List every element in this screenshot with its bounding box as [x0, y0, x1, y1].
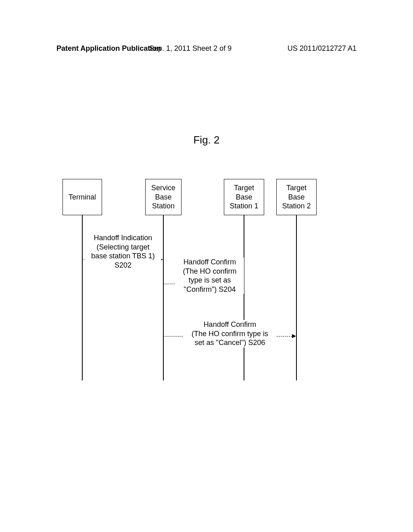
header-publication: Patent Application Publication [56, 44, 161, 53]
lifeline-terminal-label: Terminal [69, 193, 96, 202]
lifeline-target-base-station-1: Target Base Station 1 [224, 179, 264, 215]
lifeline-target-base-station-2: Target Base Station 2 [276, 179, 317, 215]
label-handoff-confirm-2: Handoff Confirm (The HO confirm type is … [184, 320, 276, 347]
label-handoff-confirm-1-text: Handoff Confirm (The HO confirm type is … [183, 258, 236, 293]
label-handoff-confirm-2-text: Handoff Confirm (The HO confirm type is … [192, 320, 268, 347]
arrow-head-handoff-confirm-2 [292, 334, 296, 338]
header-date-sheet: Sep. 1, 2011 Sheet 2 of 9 [149, 44, 232, 53]
page-header: Patent Application Publication Sep. 1, 2… [0, 44, 413, 53]
lifeline-terminal-line [82, 215, 83, 380]
label-handoff-confirm-1: Handoff Confirm (The HO confirm type is … [175, 258, 244, 294]
sequence-diagram: Terminal Service Base Station Target Bas… [63, 179, 345, 380]
lifeline-tbs2-label: Target Base Station 2 [282, 183, 311, 211]
lifeline-terminal: Terminal [63, 179, 102, 215]
lifeline-service-base-station: Service Base Station [145, 179, 181, 215]
header-docket: US 2011/0212727 A1 [288, 44, 357, 53]
lifeline-tbs1-line [244, 215, 244, 380]
lifeline-sbs-line [163, 215, 164, 380]
label-handoff-indication-text: Handoff Indication (Selecting target bas… [91, 234, 155, 269]
figure-title: Fig. 2 [0, 134, 413, 146]
lifeline-sbs-label: Service Base Station [151, 183, 175, 211]
lifeline-tbs2-line [296, 215, 297, 380]
label-handoff-indication: Handoff Indication (Selecting target bas… [85, 233, 161, 270]
lifeline-tbs1-label: Target Base Station 1 [229, 183, 258, 211]
